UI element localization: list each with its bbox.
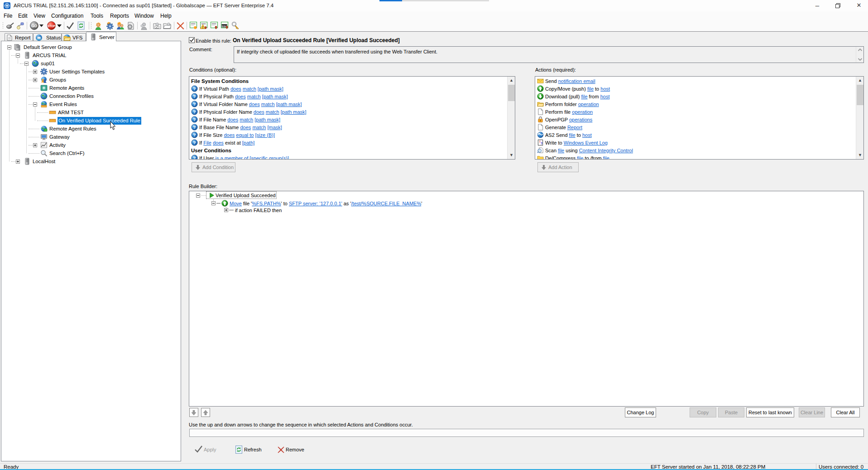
svg-text:!: ! <box>202 26 203 29</box>
svg-text:GO: GO <box>31 24 38 28</box>
svg-text:STOP: STOP <box>48 24 56 28</box>
